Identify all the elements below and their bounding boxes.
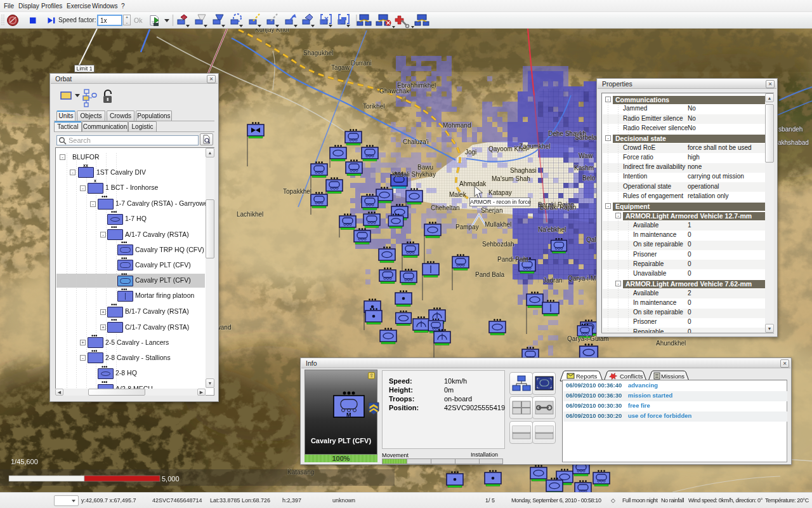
svg-text:Lachikhel: Lachikhel	[237, 211, 263, 218]
svg-text:Kashm: Kashm	[574, 164, 594, 171]
svg-text:Missions: Missions	[661, 373, 684, 380]
svg-text:Waw: Waw	[579, 152, 593, 159]
svg-text:Pand Bala: Pand Bala	[475, 271, 505, 278]
svg-text:Cheheltan: Cheheltan	[431, 204, 460, 211]
svg-text:Kodali Shykhay: Kodali Shykhay	[392, 171, 436, 178]
svg-text:Reports: Reports	[576, 373, 598, 380]
svg-text:Na'ebkhel: Na'ebkhel	[538, 226, 566, 233]
svg-text:Katapay: Katapay	[488, 189, 512, 196]
svg-text:Ghawchak: Ghawchak	[379, 88, 410, 95]
svg-text:Shaghasi: Shaghasi	[510, 167, 537, 174]
svg-text:Topakkhel: Topakkhel	[283, 188, 311, 195]
svg-text:Bawu: Bawu	[417, 164, 433, 171]
svg-text:Mohmand: Mohmand	[443, 122, 471, 129]
svg-text:Chaluza'i: Chaluza'i	[403, 138, 429, 145]
svg-text:Sehbozdah: Sehbozdah	[482, 241, 514, 248]
svg-text:sbandeh: sbandeh	[778, 126, 802, 133]
svg-text:5,000: 5,000	[162, 475, 180, 483]
svg-text:Jadran: Jadran	[543, 277, 563, 284]
svg-text:Jogi: Jogi	[465, 149, 476, 156]
svg-text:Kunjay Khol: Kunjay Khol	[255, 29, 289, 33]
svg-text:Malek: Malek	[449, 191, 467, 198]
svg-text:1/45,600: 1/45,600	[11, 458, 38, 465]
svg-text:Pandi Pain: Pandi Pain	[497, 256, 528, 263]
svg-text:akhshabad: akhshabad	[778, 139, 809, 146]
svg-text:Shagukhel: Shagukhel	[303, 50, 333, 57]
svg-text:Belo: Belo	[582, 175, 595, 182]
svg-text:Pampay: Pampay	[455, 224, 479, 231]
svg-text:Tagaw: Tagaw	[331, 64, 350, 71]
svg-text:Sherjan: Sherjan	[481, 207, 502, 214]
svg-text:Ahundkhel: Ahundkhel	[656, 340, 686, 347]
svg-text:Torikhel: Torikhel	[363, 103, 384, 110]
svg-text:Ahmadak: Ahmadak	[459, 180, 487, 187]
svg-text:Conflicts: Conflicts	[620, 373, 643, 380]
svg-text:Mullakhel: Mullakhel	[485, 221, 511, 228]
svg-text:Ma'sum Shah: Ma'sum Shah	[492, 175, 530, 182]
svg-text:Sarbela: Sarbela	[575, 134, 597, 141]
svg-text:Durrani: Durrani	[351, 60, 372, 67]
svg-text:M: M	[346, 411, 351, 418]
svg-text:Zagumkhel: Zagumkhel	[519, 143, 550, 150]
svg-text:Baraki Rajan: Baraki Rajan	[540, 204, 576, 211]
